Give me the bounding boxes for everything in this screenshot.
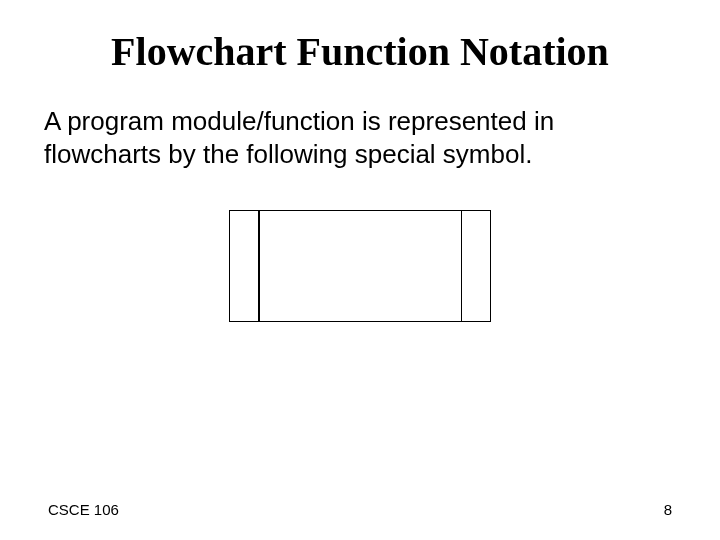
- symbol-container: [0, 210, 720, 322]
- slide-title: Flowchart Function Notation: [0, 28, 720, 75]
- slide-footer: CSCE 106 8: [0, 501, 720, 518]
- slide-body-text: A program module/function is represented…: [44, 105, 676, 170]
- footer-page-number: 8: [664, 501, 672, 518]
- footer-course-code: CSCE 106: [48, 501, 119, 518]
- predefined-process-symbol: [229, 210, 491, 322]
